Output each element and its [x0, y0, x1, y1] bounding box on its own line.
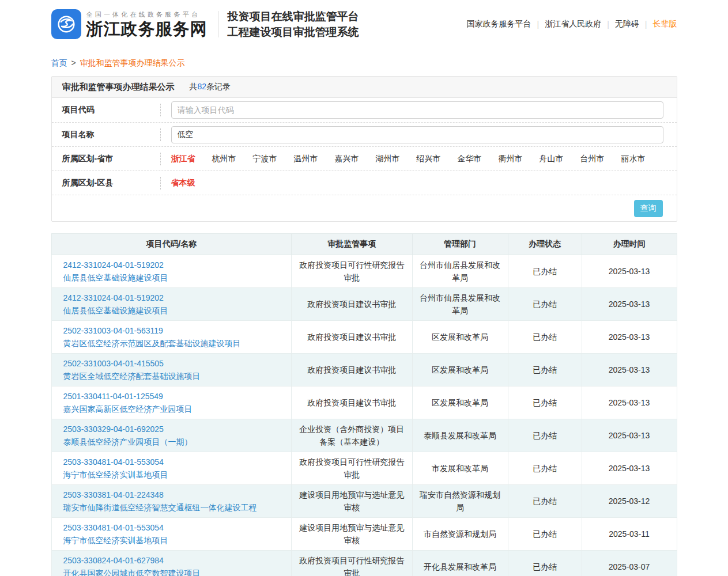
table-row: 2503-330481-04-01-553054海宁市低空经济实训基地项目政府投…: [51, 452, 677, 485]
breadcrumb-home-link[interactable]: 首页: [51, 58, 67, 67]
project-code-link[interactable]: 2502-331003-04-01-563119: [63, 324, 286, 337]
top-link-2[interactable]: 无障碍: [615, 19, 639, 29]
project-name-input[interactable]: [171, 126, 663, 143]
management-dept-cell: 瑞安市自然资源和规划局: [412, 485, 508, 518]
project-code-link[interactable]: 2503-330824-04-01-627984: [63, 554, 286, 567]
status-cell: 已办结: [508, 551, 582, 576]
top-link-3[interactable]: 长辈版: [653, 19, 677, 29]
province-option[interactable]: 湖州市: [376, 154, 400, 164]
status-cell: 已办结: [508, 354, 582, 386]
date-cell: 2025-03-13: [582, 354, 677, 386]
status-cell: 已办结: [508, 386, 582, 419]
district-option[interactable]: 省本级: [171, 178, 195, 188]
top-link-1[interactable]: 浙江省人民政府: [545, 19, 601, 29]
management-dept-cell: 区发展和改革局: [412, 354, 508, 386]
project-name-link[interactable]: 黄岩区低空经济示范园区及配套基础设施建设项目: [63, 337, 286, 350]
approval-matter-cell: 政府投资项目建议书审批: [292, 386, 412, 419]
project-name-link[interactable]: 开化县国家公园城市低空数智建设项目: [63, 567, 286, 576]
project-name-link[interactable]: 海宁市低空经济实训基地项目: [63, 534, 286, 547]
province-option[interactable]: 绍兴市: [417, 154, 441, 164]
project-code-link[interactable]: 2503-330481-04-01-553054: [63, 456, 286, 468]
filter-row-district: 所属区划-区县 省本级: [52, 170, 677, 195]
project-cell: 2503-330481-04-01-553054海宁市低空经济实训基地项目: [51, 518, 292, 551]
status-cell: 已办结: [508, 485, 582, 518]
project-code-link[interactable]: 2502-331003-04-01-415505: [63, 357, 286, 370]
management-dept-cell: 台州市仙居县发展和改革局: [412, 255, 508, 288]
status-cell: 已办结: [508, 255, 582, 288]
province-option[interactable]: 舟山市: [540, 154, 564, 164]
project-cell: 2502-331003-04-01-563119黄岩区低空经济示范园区及配套基础…: [51, 321, 292, 354]
project-cell: 2501-330411-04-01-125549嘉兴国家高新区低空经济产业园项目: [51, 386, 292, 419]
project-name-link[interactable]: 仙居县低空基础设施建设项目: [63, 271, 286, 284]
site-name: 浙江政务服务网: [86, 19, 208, 39]
province-label: 所属区划-省市: [62, 154, 160, 164]
zhejiang-gov-logo-icon: [51, 9, 81, 39]
column-header-2: 管理部门: [412, 234, 508, 255]
project-cell: 2503-330329-04-01-692025泰顺县低空经济产业园项目（一期）: [51, 419, 292, 452]
filter-row-project-code: 项目代码: [52, 98, 677, 122]
project-name-link[interactable]: 黄岩区全域低空经济配套基础设施项目: [63, 370, 286, 382]
approval-matter-cell: 企业投资（含外商投资）项目备案（基本建设）: [292, 419, 412, 452]
province-option[interactable]: 金华市: [458, 154, 482, 164]
project-code-link[interactable]: 2503-330329-04-01-692025: [63, 423, 286, 435]
project-name-link[interactable]: 仙居县低空基础设施建设项目: [63, 304, 286, 317]
project-code-link[interactable]: 2503-330481-04-01-553054: [63, 521, 286, 534]
status-cell: 已办结: [508, 419, 582, 452]
table-row: 2502-331003-04-01-415505黄岩区全域低空经济配套基础设施项…: [51, 354, 677, 386]
results-table: 项目代码/名称审批监管事项管理部门办理状态办理时间 2412-331024-04…: [51, 233, 677, 576]
record-count-suffix: 条记录: [206, 82, 231, 91]
project-name-link[interactable]: 泰顺县低空经济产业园项目（一期）: [63, 435, 286, 448]
system-title: 投资项目在线审批监管平台 工程建设项目审批管理系统: [228, 9, 359, 40]
header-divider: [218, 11, 218, 37]
record-count-number: 82: [198, 82, 207, 91]
project-name-link[interactable]: 嘉兴国家高新区低空经济产业园项目: [63, 403, 286, 415]
project-code-link[interactable]: 2412-331024-04-01-519202: [63, 259, 286, 271]
status-cell: 已办结: [508, 518, 582, 551]
province-option[interactable]: 杭州市: [212, 154, 236, 164]
top-link-separator: |: [537, 20, 540, 29]
brand-block: 全国一体化在线政务服务平台 浙江政务服务网: [86, 10, 208, 39]
province-option[interactable]: 嘉兴市: [335, 154, 359, 164]
date-cell: 2025-03-13: [582, 255, 677, 288]
project-code-input[interactable]: [171, 101, 663, 119]
province-option[interactable]: 浙江省: [171, 154, 195, 164]
project-cell: 2412-331024-04-01-519202仙居县低空基础设施建设项目: [51, 255, 292, 288]
status-cell: 已办结: [508, 321, 582, 354]
province-option[interactable]: 台州市: [580, 154, 605, 164]
province-option[interactable]: 宁波市: [253, 154, 277, 164]
project-code-link[interactable]: 2412-331024-04-01-519202: [63, 291, 286, 304]
date-cell: 2025-03-13: [582, 419, 677, 452]
field-divider: [160, 104, 161, 116]
date-cell: 2025-03-07: [582, 551, 677, 576]
project-code-link[interactable]: 2503-330381-04-01-224348: [63, 488, 286, 501]
column-header-4: 办理时间: [582, 234, 677, 255]
management-dept-cell: 台州市仙居县发展和改革局: [412, 288, 508, 321]
top-link-0[interactable]: 国家政务服务平台: [467, 19, 531, 29]
project-cell: 2503-330824-04-01-627984开化县国家公园城市低空数智建设项…: [51, 551, 292, 576]
query-button[interactable]: 查询: [634, 200, 663, 217]
table-row: 2503-330329-04-01-692025泰顺县低空经济产业园项目（一期）…: [51, 419, 677, 452]
province-option[interactable]: 温州市: [294, 154, 318, 164]
date-cell: 2025-03-13: [582, 452, 677, 485]
table-row: 2502-331003-04-01-563119黄岩区低空经济示范园区及配套基础…: [51, 321, 677, 354]
management-dept-cell: 市自然资源和规划局: [412, 518, 508, 551]
province-option[interactable]: 衢州市: [499, 154, 523, 164]
management-dept-cell: 泰顺县发展和改革局: [412, 419, 508, 452]
date-cell: 2025-03-13: [582, 288, 677, 321]
filter-panel: 审批和监管事项办理结果公示 共82条记录 项目代码 项目名称 所属区划-省市 浙…: [51, 76, 677, 222]
project-code-link[interactable]: 2501-330411-04-01-125549: [63, 390, 286, 403]
district-options: 省本级: [171, 178, 663, 188]
approval-matter-cell: 建设项目用地预审与选址意见审核: [292, 518, 412, 551]
district-label: 所属区划-区县: [62, 178, 160, 188]
project-name-link[interactable]: 海宁市低空经济实训基地项目: [63, 468, 286, 481]
approval-matter-cell: 政府投资项目可行性研究报告审批: [292, 255, 412, 288]
top-link-separator: |: [645, 20, 647, 29]
project-name-link[interactable]: 瑞安市仙降街道低空经济智慧交通枢纽一体化建设工程: [63, 501, 286, 514]
status-cell: 已办结: [508, 452, 582, 485]
filter-actions: 查询: [52, 195, 677, 221]
breadcrumb-separator: >: [71, 58, 76, 67]
date-cell: 2025-03-13: [582, 386, 677, 419]
filter-row-province: 所属区划-省市 浙江省杭州市宁波市温州市嘉兴市湖州市绍兴市金华市衢州市舟山市台州…: [52, 146, 677, 170]
province-option[interactable]: 丽水市: [621, 154, 646, 164]
table-row: 2501-330411-04-01-125549嘉兴国家高新区低空经济产业园项目…: [51, 386, 677, 419]
